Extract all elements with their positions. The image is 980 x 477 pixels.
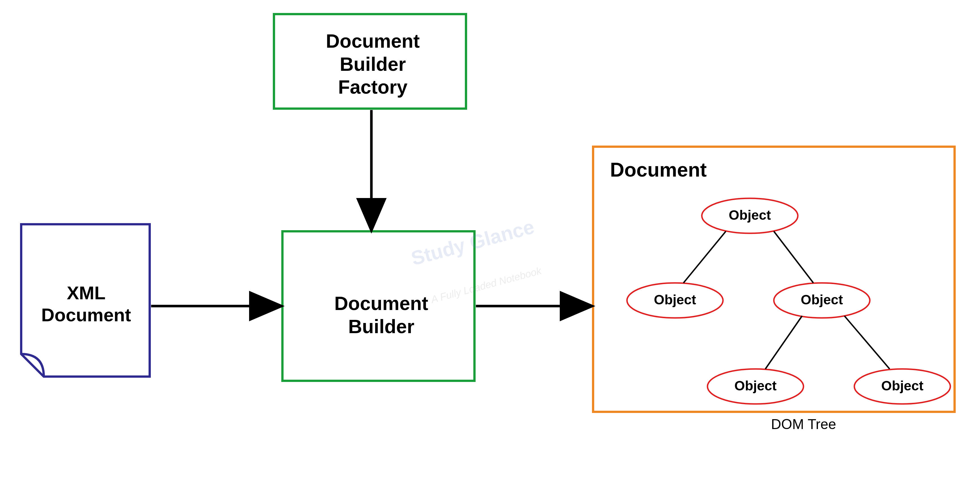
tree-edge-right-left bbox=[765, 316, 802, 369]
tree-label-l1-right: Object bbox=[794, 292, 850, 307]
document-container-box bbox=[593, 147, 955, 412]
document-title-label: Document bbox=[610, 158, 751, 182]
builder-label: Document Builder bbox=[291, 292, 472, 338]
xml-document-label: XML Document bbox=[30, 282, 143, 326]
factory-label: Document Builder Factory bbox=[282, 30, 463, 99]
tree-edge-root-right bbox=[774, 231, 813, 283]
diagram-container: Study Glance A Fully Loaded Notebook XML… bbox=[0, 0, 980, 477]
xml-document-text: XML Document bbox=[30, 282, 143, 326]
document-title-text: Document bbox=[610, 159, 706, 181]
tree-label-l2-right: Object bbox=[874, 378, 931, 393]
diagram-svg bbox=[0, 0, 980, 477]
dom-tree-caption: DOM Tree bbox=[771, 416, 836, 433]
builder-text: Document Builder bbox=[291, 292, 472, 338]
tree-edge-right-right bbox=[845, 316, 889, 369]
factory-text: Document Builder Factory bbox=[282, 30, 463, 99]
tree-label-l2-left: Object bbox=[727, 378, 784, 393]
tree-label-root: Object bbox=[722, 207, 778, 223]
tree-label-l1-left: Object bbox=[647, 292, 703, 307]
tree-edge-root-left bbox=[684, 231, 726, 283]
